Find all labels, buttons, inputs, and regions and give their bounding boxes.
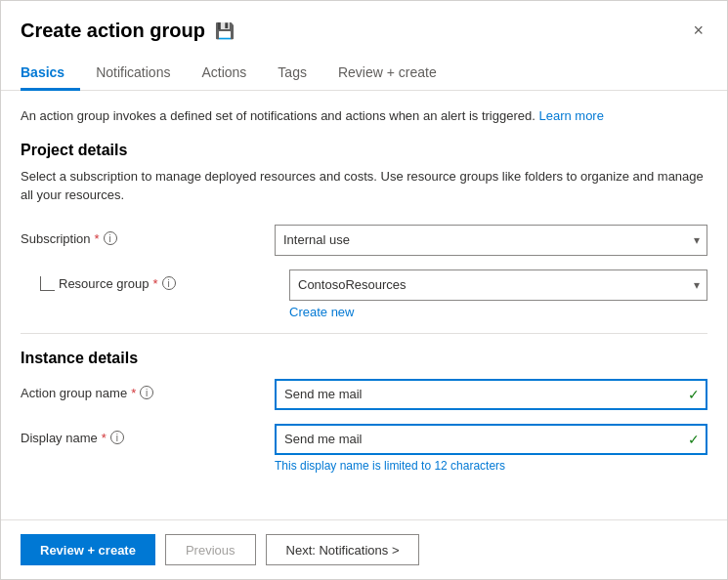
action-group-name-required: * [131,386,136,400]
review-create-button[interactable]: Review + create [21,534,155,565]
dialog-content: An action group invokes a defined set of… [1,91,727,519]
action-group-name-input-wrapper: ✓ [275,379,707,410]
action-group-name-label: Action group name * i [21,386,275,400]
subscription-label: Subscription * i [21,231,275,246]
indent-marker [40,269,55,291]
dialog-header: Create action group 💾 × [1,1,727,57]
tab-actions[interactable]: Actions [186,57,262,91]
display-name-input-wrapper: ✓ [275,424,707,455]
create-new-link[interactable]: Create new [289,305,354,319]
display-name-info-icon[interactable]: i [110,431,124,444]
action-group-name-input[interactable] [275,379,707,410]
resource-group-select-wrapper: ContosoResources ▾ [289,269,707,301]
project-details-title: Project details [21,142,707,159]
resource-group-label-col: Resource group * i [59,269,289,291]
section-divider [21,333,707,334]
action-group-name-label-col: Action group name * i [21,379,275,400]
resource-group-info-icon[interactable]: i [162,276,176,290]
tab-notifications[interactable]: Notifications [80,57,186,91]
resource-group-required: * [153,276,158,291]
tab-bar: Basics Notifications Actions Tags Review… [1,57,727,91]
info-text: An action group invokes a defined set of… [21,106,707,126]
project-details-desc: Select a subscription to manage deployed… [21,167,707,205]
action-group-name-control: ✓ [275,379,707,410]
subscription-label-col: Subscription * i [21,225,275,246]
resource-group-row: Resource group * i ContosoResources ▾ Cr… [21,269,707,319]
title-area: Create action group 💾 [21,20,235,42]
subscription-control: Internal use ▾ [275,225,707,256]
resource-group-select[interactable]: ContosoResources [289,269,707,301]
display-name-hint: This display name is limited to 12 chara… [275,459,707,473]
display-name-input[interactable] [275,424,707,455]
display-name-row: Display name * i ✓ This display name is … [21,424,707,473]
learn-more-link[interactable]: Learn more [538,108,603,123]
instance-details-section: Instance details [21,333,707,367]
next-button[interactable]: Next: Notifications > [266,534,420,565]
subscription-info-icon[interactable]: i [104,231,117,245]
action-group-name-row: Action group name * i ✓ [21,379,707,410]
resource-group-label: Resource group * i [59,276,289,291]
close-button[interactable]: × [689,17,707,45]
display-name-required: * [102,431,107,445]
tab-basics[interactable]: Basics [21,57,80,91]
create-action-group-dialog: Create action group 💾 × Basics Notificat… [0,0,728,580]
dialog-title: Create action group [21,20,205,42]
display-name-label-col: Display name * i [21,424,275,445]
dialog-footer: Review + create Previous Next: Notificat… [1,519,727,579]
display-name-label: Display name * i [21,431,275,445]
save-icon[interactable]: 💾 [215,21,235,40]
action-group-name-info-icon[interactable]: i [140,386,153,399]
tab-tags[interactable]: Tags [262,57,322,91]
display-name-control: ✓ This display name is limited to 12 cha… [275,424,707,473]
previous-button[interactable]: Previous [165,534,256,565]
subscription-select[interactable]: Internal use [275,225,707,256]
subscription-select-wrapper: Internal use ▾ [275,225,707,256]
tab-review-create[interactable]: Review + create [322,57,452,91]
subscription-required: * [95,231,100,246]
subscription-row: Subscription * i Internal use ▾ [21,225,707,256]
resource-group-control: ContosoResources ▾ Create new [289,269,707,319]
instance-details-title: Instance details [21,350,707,367]
